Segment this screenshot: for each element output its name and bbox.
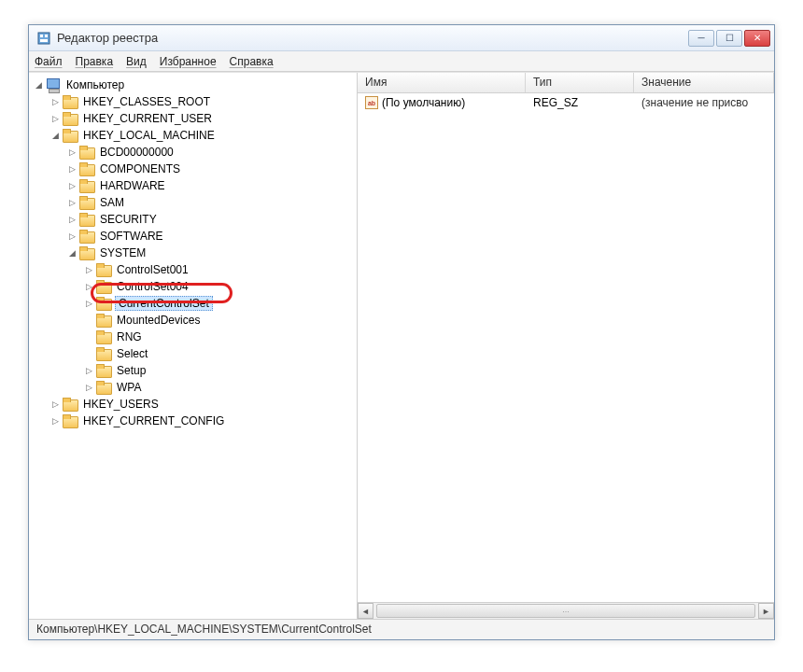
tree-label: HKEY_CLASSES_ROOT <box>81 95 212 108</box>
folder-icon <box>79 162 94 175</box>
scroll-left-button[interactable]: ◄ <box>358 603 373 619</box>
tree-label: Select <box>115 347 149 360</box>
column-header-type[interactable]: Тип <box>526 73 634 92</box>
expander-icon[interactable]: ▷ <box>66 197 77 208</box>
expander-icon[interactable]: ▷ <box>83 382 94 393</box>
menu-help[interactable]: Справка <box>230 55 274 68</box>
tree-label: BCD00000000 <box>98 146 176 159</box>
tree-label: MountedDevices <box>115 314 202 327</box>
tree-label: HARDWARE <box>98 179 167 192</box>
menu-view[interactable]: Вид <box>126 55 147 68</box>
menu-file[interactable]: Файл <box>35 55 63 68</box>
expander-icon[interactable]: ▷ <box>83 298 94 309</box>
tree-components[interactable]: ▷ COMPONENTS <box>66 161 357 177</box>
tree-hku[interactable]: ▷ HKEY_USERS <box>49 396 357 413</box>
values-list[interactable]: ab (По умолчанию) REG_SZ (значение не пр… <box>358 93 774 602</box>
folder-icon <box>63 398 77 411</box>
expander-icon[interactable]: ▷ <box>83 281 94 292</box>
tree-controlset004[interactable]: ▷ ControlSet004 <box>83 278 357 295</box>
svg-rect-1 <box>40 35 43 37</box>
values-pane: Имя Тип Значение ab (По умолчанию) REG_S… <box>358 73 774 619</box>
tree-security[interactable]: ▷ SECURITY <box>66 211 357 228</box>
tree-hkcu[interactable]: ▷ HKEY_CURRENT_USER <box>49 110 357 127</box>
expander-icon[interactable]: ◢ <box>66 247 77 259</box>
value-data: (значение не присво <box>634 96 774 109</box>
tree-bcd[interactable]: ▷ BCD00000000 <box>66 144 357 161</box>
folder-icon <box>63 112 77 125</box>
expander-icon[interactable]: ▷ <box>49 96 61 107</box>
tree-mounteddevices[interactable]: ▷ MountedDevices <box>83 312 357 329</box>
tree-label: SOFTWARE <box>98 230 165 243</box>
expander-icon[interactable]: ▷ <box>83 365 94 376</box>
tree-sam[interactable]: ▷ SAM <box>66 194 357 211</box>
tree-label: Setup <box>115 364 148 377</box>
maximize-button[interactable]: ☐ <box>716 30 742 47</box>
content-area: ◢ Компьютер ▷ HKEY_CLASSES_ROOT ▷ <box>29 72 774 619</box>
minimize-button[interactable]: ─ <box>688 30 714 47</box>
tree-label: COMPONENTS <box>98 162 182 175</box>
tree-label: SAM <box>98 196 126 209</box>
expander-icon[interactable]: ▷ <box>66 163 77 175</box>
tree-controlset001[interactable]: ▷ ControlSet001 <box>83 261 357 278</box>
folder-icon <box>96 297 111 310</box>
tree-software[interactable]: ▷ SOFTWARE <box>66 228 357 245</box>
expander-icon[interactable]: ▷ <box>66 147 77 158</box>
string-value-icon: ab <box>365 96 378 109</box>
tree-wpa[interactable]: ▷ WPA <box>83 379 357 396</box>
expander-icon[interactable]: ▷ <box>66 180 77 191</box>
folder-icon <box>79 179 94 192</box>
tree-hkcr[interactable]: ▷ HKEY_CLASSES_ROOT <box>49 93 357 110</box>
values-header: Имя Тип Значение <box>358 73 774 93</box>
scroll-right-button[interactable]: ► <box>758 603 774 619</box>
titlebar[interactable]: Редактор реестра ─ ☐ ✕ <box>29 25 774 51</box>
tree-hardware[interactable]: ▷ HARDWARE <box>66 177 357 194</box>
registry-editor-window: Редактор реестра ─ ☐ ✕ Файл Правка Вид И… <box>28 24 775 640</box>
expander-icon[interactable]: ▷ <box>49 399 61 410</box>
svg-rect-0 <box>38 33 49 44</box>
folder-icon <box>79 230 94 243</box>
column-header-name[interactable]: Имя <box>358 73 526 92</box>
expander-icon[interactable]: ▷ <box>66 231 77 242</box>
column-header-value[interactable]: Значение <box>634 73 774 92</box>
expander-icon[interactable]: ▷ <box>49 113 61 124</box>
folder-icon <box>96 364 111 377</box>
tree-label: SECURITY <box>98 213 159 226</box>
tree-label: Компьютер <box>64 78 126 91</box>
expander-icon[interactable]: ◢ <box>33 79 44 91</box>
menu-favorites[interactable]: Избранное <box>160 55 217 68</box>
tree-system[interactable]: ◢ SYSTEM <box>66 245 357 261</box>
folder-icon <box>79 246 94 259</box>
expander-icon[interactable]: ▷ <box>83 264 94 275</box>
tree-pane[interactable]: ◢ Компьютер ▷ HKEY_CLASSES_ROOT ▷ <box>29 73 358 619</box>
menu-edit[interactable]: Правка <box>76 55 114 68</box>
tree-rng[interactable]: ▷ RNG <box>83 329 357 345</box>
tree-label: HKEY_CURRENT_CONFIG <box>81 414 226 427</box>
tree-label: SYSTEM <box>98 246 148 259</box>
horizontal-scrollbar[interactable]: ◄ ··· ► <box>358 602 774 619</box>
tree-setup[interactable]: ▷ Setup <box>83 362 357 379</box>
tree-root-computer[interactable]: ◢ Компьютер <box>33 77 357 93</box>
tree-currentcontrolset[interactable]: ▷ CurrentControlSet <box>83 295 357 312</box>
tree-label: HKEY_LOCAL_MACHINE <box>81 129 217 142</box>
tree-select[interactable]: ▷ Select <box>83 345 357 362</box>
tree-label: HKEY_USERS <box>81 398 161 411</box>
tree-label: WPA <box>115 381 143 394</box>
expander-icon[interactable]: ▷ <box>49 415 61 427</box>
expander-icon[interactable]: ◢ <box>49 130 61 141</box>
tree-hkcc[interactable]: ▷ HKEY_CURRENT_CONFIG <box>49 413 357 429</box>
value-name: (По умолчанию) <box>382 96 465 109</box>
menubar: Файл Правка Вид Избранное Справка <box>29 51 774 72</box>
tree-label: RNG <box>115 330 144 343</box>
close-button[interactable]: ✕ <box>744 30 770 47</box>
scroll-thumb[interactable]: ··· <box>376 604 755 618</box>
svg-rect-3 <box>40 39 48 42</box>
expander-icon[interactable]: ▷ <box>66 214 77 225</box>
tree-hklm[interactable]: ◢ HKEY_LOCAL_MACHINE <box>49 127 357 144</box>
statusbar-path: Компьютер\HKEY_LOCAL_MACHINE\SYSTEM\Curr… <box>36 623 372 636</box>
folder-icon <box>96 314 111 327</box>
value-row[interactable]: ab (По умолчанию) REG_SZ (значение не пр… <box>358 93 774 112</box>
folder-icon <box>63 129 77 142</box>
svg-rect-2 <box>45 35 48 37</box>
folder-icon <box>96 280 111 293</box>
computer-icon <box>46 78 61 91</box>
